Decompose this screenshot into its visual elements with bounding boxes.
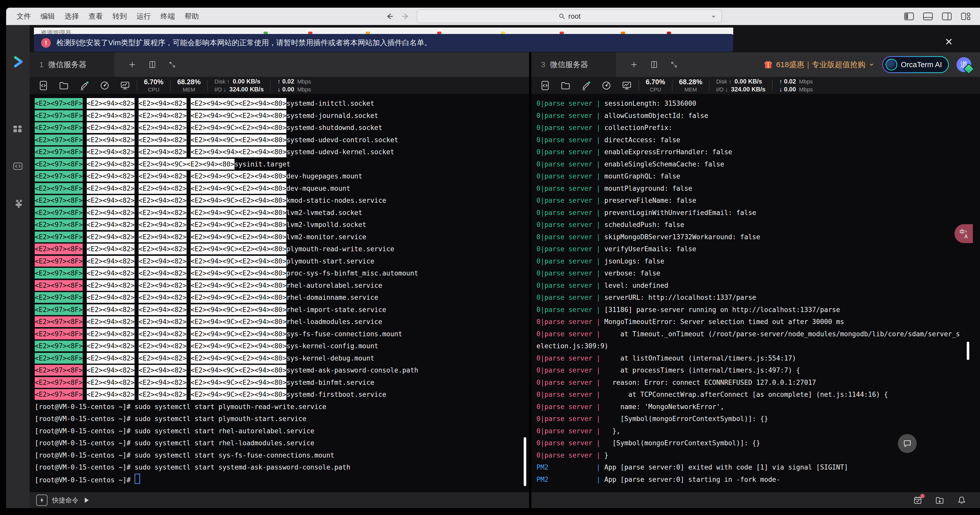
mem-stat: 68.28% MEM: [177, 79, 201, 92]
folder-download-icon[interactable]: [935, 496, 944, 505]
quick-command-button[interactable]: 快捷命令: [36, 494, 89, 506]
systemd-unit-row: <E2><97><8F> <E2><94><82> <E2><94><82> <…: [35, 267, 529, 280]
shell-command-line: [root@VM-0-15-centos ~]# sudo systemctl …: [35, 401, 529, 413]
code-panel-icon[interactable]: [12, 161, 24, 172]
new-tab-plus-icon[interactable]: [629, 60, 638, 69]
pm2-log-line: 0|parse server | sessionLength: 31536000: [536, 97, 980, 110]
stats-monitor-icon[interactable]: [622, 80, 632, 91]
systemd-unit-row: <E2><97><8F> <E2><94><82> <E2><94><82> <…: [35, 170, 529, 183]
page-top-strip: 资源管理器: [34, 27, 733, 35]
pm2-log-line: 0|parse server | reason: Error: connect …: [536, 376, 980, 389]
terminal-left[interactable]: <E2><97><8F> <E2><94><82> <E2><94><82> <…: [30, 94, 529, 492]
terminal-pane-left: 1 微信服务器 6.70% CPU 68.28% MEM Disk ↑0.0: [30, 53, 529, 508]
pm2-log-line: 0|parse server | scheduledPush: false: [536, 219, 980, 231]
calendar-check-icon[interactable]: [913, 496, 922, 505]
ai-button-label: OrcaTerm AI: [901, 61, 942, 69]
customize-layout-icon[interactable]: [960, 11, 971, 22]
chat-fab[interactable]: [898, 434, 917, 453]
pm2-log-line: 0|parse server | collectionPrefix:: [536, 122, 980, 134]
menubar: 文件编辑选择查看转到运行终端帮助: [12, 11, 204, 21]
monitor-gauge-icon[interactable]: [601, 80, 611, 91]
expand-pane-icon[interactable]: [168, 60, 177, 69]
menu-item-查看[interactable]: 查看: [84, 11, 108, 21]
systemd-unit-row: <E2><97><8F> <E2><94><82> <E2><94><82> <…: [35, 146, 529, 158]
terminal-right[interactable]: 0|parse server | sessionLength: 31536000…: [531, 94, 980, 492]
network-stat: ↑ 0.02Mbps ↓ 0.00Mbps: [779, 78, 813, 92]
pane-right-header: 3 微信服务器 618盛惠｜专业版超值抢购 OrcaTerm AI 道: [531, 53, 980, 77]
dashboard-icon[interactable]: [12, 124, 24, 135]
pm2-log-line: 0|parse server | jsonLogs: false: [536, 255, 980, 268]
pm2-log-line: 0|parse server | serverURL: http://local…: [536, 292, 980, 304]
systemd-unit-row: <E2><97><8F> <E2><94><82> <E2><94><82> <…: [35, 364, 529, 376]
back-icon[interactable]: [385, 12, 394, 21]
new-tab-plus-icon[interactable]: [127, 60, 137, 69]
monitor-gauge-icon[interactable]: [100, 80, 110, 91]
pm2-log-line: 0|parse server | preserveFileName: false: [536, 195, 980, 207]
menu-item-文件[interactable]: 文件: [12, 11, 36, 21]
menu-item-运行[interactable]: 运行: [132, 11, 156, 21]
search-chevron-down-icon[interactable]: [710, 13, 717, 20]
systemd-unit-row: <E2><97><8F> <E2><94><82> <E2><94><82> <…: [35, 328, 529, 340]
bell-icon[interactable]: [957, 496, 966, 505]
toggle-panel-bottom-icon[interactable]: [922, 11, 934, 22]
pm2-log-line: 0|parse server | MongoTimeoutError: Serv…: [536, 316, 980, 328]
systemd-unit-row: <E2><97><8F> <E2><94><82> <E2><94><82> <…: [35, 110, 529, 122]
systemd-unit-row: <E2><97><8F> <E2><94><82> <E2><94><82> <…: [35, 340, 529, 352]
shell-command-line: [root@VM-0-15-centos ~]# sudo systemctl …: [35, 450, 529, 462]
toggle-sidebar-left-icon[interactable]: [904, 11, 915, 22]
banner-close-icon[interactable]: ✕: [945, 36, 953, 48]
split-pane-icon[interactable]: [148, 60, 157, 69]
menu-item-终端[interactable]: 终端: [156, 11, 180, 21]
pm2-log-line: PM2 | App [parse server:0] exited with c…: [536, 461, 980, 474]
pm2-log-line: 0|parse server | skipMongoDBServer13732W…: [536, 231, 980, 243]
toggle-sidebar-right-icon[interactable]: [941, 11, 953, 22]
pane-header-icons: [127, 60, 177, 69]
stats-monitor-icon[interactable]: [120, 80, 130, 91]
systemd-unit-row: <E2><97><8F> <E2><94><82> <E2><94><82> <…: [35, 134, 529, 146]
warning-icon: !: [41, 38, 51, 48]
extensions-puzzle-icon[interactable]: [12, 198, 24, 209]
orcaterm-ai-button[interactable]: OrcaTerm AI: [882, 56, 949, 73]
tab-left-session[interactable]: 1 微信服务器: [30, 53, 115, 77]
pm2-log-line: 0|parse server | at TCPConnectWrap.after…: [536, 389, 980, 401]
menu-item-转到[interactable]: 转到: [108, 11, 132, 21]
systemd-unit-row: <E2><97><8F> <E2><94><82> <E2><94><82> <…: [35, 231, 529, 243]
pm2-log-line: 0|parse server | preventLoginWithUnverif…: [536, 207, 980, 219]
menu-item-选择[interactable]: 选择: [60, 11, 84, 21]
gift-icon: [763, 60, 773, 69]
promo-618-button[interactable]: 618盛惠｜专业版超值抢购: [763, 59, 874, 70]
search-input[interactable]: root: [417, 10, 722, 23]
edit-pencil-icon[interactable]: [79, 80, 89, 91]
file-manager-icon[interactable]: [59, 80, 69, 91]
menu-item-帮助[interactable]: 帮助: [180, 11, 204, 21]
pm2-log-line: 0|parse server | [31186] parse-server ru…: [536, 304, 980, 316]
pm2-log-line: 0|parse server | enableExpressErrorHandl…: [536, 146, 980, 158]
search-icon: [558, 13, 566, 20]
menu-item-编辑[interactable]: 编辑: [36, 11, 60, 21]
scrollbar-right-pane[interactable]: [967, 342, 969, 360]
edit-pencil-icon[interactable]: [581, 80, 591, 91]
app-logo-icon[interactable]: [12, 55, 24, 69]
shell-command-line: [root@VM-0-15-centos ~]# sudo systemctl …: [35, 437, 529, 450]
shell-command-line: [root@VM-0-15-centos ~]# sudo systemctl …: [35, 413, 529, 425]
lightning-icon: [36, 494, 48, 506]
file-manager-icon[interactable]: [560, 80, 571, 91]
systemd-unit-row: <E2><97><8F> <E2><94><82> <E2><94><82> <…: [35, 255, 529, 268]
translate-fab[interactable]: [955, 224, 973, 243]
tab-title: 微信服务器: [48, 59, 86, 70]
expand-pane-icon[interactable]: [670, 60, 678, 69]
pm2-log-line: 0|parse server | verbose: false: [536, 267, 980, 280]
user-avatar[interactable]: 道: [956, 57, 971, 72]
remote-code-icon[interactable]: [540, 80, 550, 91]
tab-title: 微信服务器: [550, 59, 588, 70]
systemd-unit-row: <E2><97><8F> <E2><94><82> <E2><94><82> <…: [35, 316, 529, 328]
pm2-log-line: 0|parse server | [Symbol(mongoErrorConte…: [536, 413, 980, 425]
scrollbar-left-pane[interactable]: [524, 437, 526, 486]
remote-code-icon[interactable]: [38, 80, 48, 91]
systemd-unit-row: <E2><97><8F> <E2><94><82> <E2><94><82> <…: [35, 389, 529, 401]
systemd-unit-row: <E2><97><8F> <E2><94><82> <E2><94><82> <…: [35, 97, 529, 110]
forward-icon[interactable]: [401, 12, 410, 21]
tab-right-session[interactable]: 3 微信服务器: [531, 53, 616, 77]
speech-bubble-icon: [902, 438, 912, 448]
split-pane-icon[interactable]: [650, 60, 659, 69]
